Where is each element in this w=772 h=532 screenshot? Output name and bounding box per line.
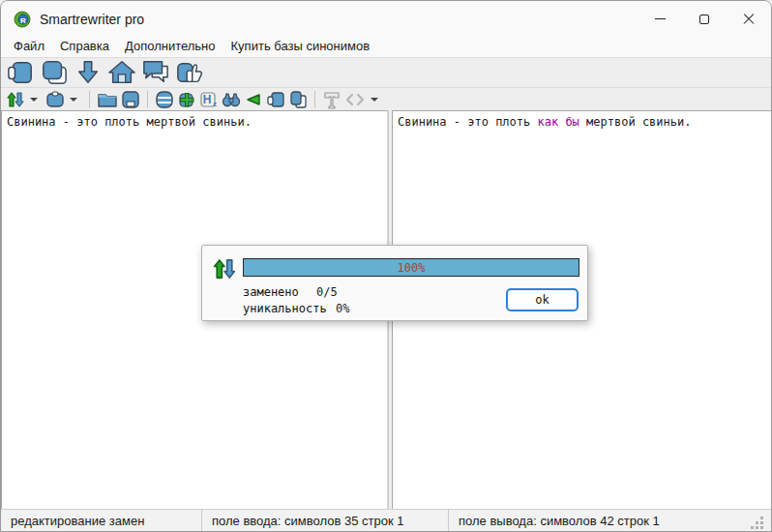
close-icon <box>743 14 755 25</box>
text-format-button[interactable] <box>322 90 341 109</box>
replace-button[interactable]: H z <box>199 90 219 109</box>
status-input-stats: поле ввода: символов 35 строк 1 <box>201 510 448 531</box>
code-brackets-icon <box>344 90 366 109</box>
uniqueness-value: 0% <box>336 302 349 315</box>
home-icon <box>107 59 136 86</box>
output-text-highlight: как бы <box>538 115 579 129</box>
rewrite-dropdown-arrow[interactable] <box>30 98 38 102</box>
menu-bar: Файл Справка Дополнительно Купить базы с… <box>1 37 771 57</box>
status-output-text: поле вывода: символов 42 строк 1 <box>459 514 660 528</box>
menu-file[interactable]: Файл <box>11 39 57 55</box>
menu-help[interactable]: Справка <box>57 39 122 55</box>
download-button[interactable] <box>74 59 103 86</box>
rewrite-button[interactable] <box>6 90 25 109</box>
window-title: Smartrewriter pro <box>40 12 144 27</box>
copy-pages-icon <box>40 59 69 86</box>
close-button[interactable] <box>727 1 771 37</box>
chat-bubbles-icon <box>141 59 170 86</box>
database-add-icon <box>177 90 196 109</box>
status-bar: редактирование замен поле ввода: символо… <box>1 509 772 531</box>
smartrewriter-window: { "window": { "title": "Smartrewriter pr… <box>0 0 772 532</box>
maximize-icon <box>699 15 709 24</box>
svg-text:H: H <box>203 93 212 106</box>
like-button[interactable] <box>175 59 204 86</box>
input-text: Свинина - это плоть мертвой свиньи. <box>7 115 252 129</box>
exit-small-button[interactable] <box>266 90 285 109</box>
open-file-button[interactable] <box>97 90 118 109</box>
code-button[interactable] <box>344 90 366 109</box>
feedback-button[interactable] <box>141 59 170 86</box>
minimize-button[interactable] <box>638 1 682 37</box>
synonym-base-button[interactable] <box>155 90 174 109</box>
ok-button[interactable]: ok <box>506 288 579 311</box>
status-output-stats: поле вывода: символов 42 строк 1 <box>448 510 772 531</box>
window-controls <box>638 1 771 37</box>
output-text-after: мертвой свиньи. <box>579 115 692 129</box>
replaced-label: заменено <box>243 285 299 299</box>
save-icon <box>121 90 140 109</box>
rewrite-sync-icon <box>211 256 238 281</box>
case-button[interactable] <box>45 90 65 109</box>
toolbar-separator <box>89 91 90 108</box>
copy-small-icon <box>288 90 308 109</box>
progress-bar: 100% <box>243 258 579 277</box>
rewrite-sync-icon <box>6 90 25 109</box>
copy-button[interactable] <box>40 59 69 86</box>
replaced-value: 0/5 <box>316 285 338 299</box>
run-button[interactable] <box>244 90 263 109</box>
case-dropdown-arrow[interactable] <box>70 98 77 102</box>
thumbs-up-icon <box>175 59 204 86</box>
app-logo-icon: R <box>14 11 31 28</box>
find-button[interactable] <box>222 90 241 109</box>
main-toolbar <box>1 57 771 88</box>
uniqueness-label: уникальность <box>243 302 327 315</box>
add-base-button[interactable] <box>177 90 196 109</box>
exit-button[interactable] <box>6 59 35 86</box>
toolbar-separator <box>147 91 148 108</box>
minimize-icon <box>655 18 666 19</box>
replace-hz-icon: H z <box>199 90 219 109</box>
rewrite-progress-dialog: 100% заменено 0/5 уникальность 0% ok <box>201 245 588 321</box>
edit-toolbar: H z <box>1 88 771 111</box>
svg-text:R: R <box>20 15 26 24</box>
open-folder-icon <box>97 90 118 109</box>
briefcase-icon <box>45 90 65 109</box>
run-back-arrow-icon <box>244 90 263 109</box>
exit-small-icon <box>266 90 285 109</box>
code-dropdown-arrow[interactable] <box>371 98 378 102</box>
database-icon <box>155 90 174 109</box>
toolbar-separator <box>314 91 315 108</box>
status-mode: редактирование замен <box>1 510 201 531</box>
binoculars-search-icon <box>222 90 241 109</box>
output-text-before: Свинина - это плоть <box>398 115 538 129</box>
maximize-button[interactable] <box>682 1 727 37</box>
menu-buy-synonym-bases[interactable]: Купить базы синонимов <box>228 39 383 55</box>
svg-text:z: z <box>213 100 217 108</box>
menu-extra[interactable]: Дополнительно <box>122 39 228 55</box>
resize-grip[interactable] <box>760 517 763 519</box>
exit-icon <box>6 59 35 86</box>
save-file-button[interactable] <box>121 90 140 109</box>
text-format-icon <box>322 90 341 109</box>
title-bar: R Smartrewriter pro <box>1 1 771 37</box>
progress-percent-label: 100% <box>244 261 579 275</box>
copy-result-button[interactable] <box>288 90 308 109</box>
download-arrow-icon <box>74 59 103 86</box>
home-button[interactable] <box>107 59 136 86</box>
